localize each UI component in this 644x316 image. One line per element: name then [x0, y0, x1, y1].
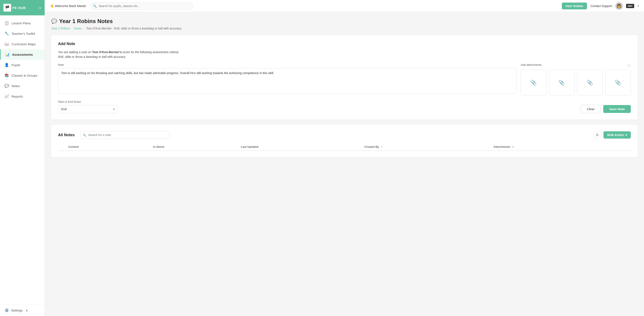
notes-search-input[interactable] — [80, 131, 170, 139]
page-title: Year 1 Robins Notes — [59, 18, 113, 25]
th-content-label: Content — [68, 145, 79, 148]
sidebar-nav: 📋 Lesson Plans 🔧 Teacher's Toolkit 📖 Cur… — [0, 15, 44, 304]
user-menu-chevron[interactable]: ▾ — [638, 5, 639, 8]
curriculum-maps-icon: 📖 — [4, 42, 9, 46]
logo-box: 🏴 PE HUB — [4, 4, 26, 12]
sidebar-item-reports[interactable]: 📈 Reports — [0, 91, 44, 102]
score-field-group: Start or End Score Start End ▾ — [58, 100, 118, 113]
sidebar-item-classes-groups[interactable]: 📚 Classes & Groups — [0, 70, 44, 81]
assessments-icon: 📊 — [5, 52, 10, 57]
main-area: 👋 Welcome Back Marta! 🔍 User Guides Cont… — [45, 0, 644, 316]
notes-table: Content Is About Last Updated Created By… — [58, 143, 631, 151]
logo-flag-icon: 🏴 — [4, 4, 11, 12]
logo-text: PE HUB — [12, 6, 26, 10]
sidebar-settings[interactable]: ⚙️ Settings ∧ — [0, 304, 44, 316]
breadcrumb-detail: Tom O'Kon-Bernier - Roll, slide or throw… — [86, 27, 182, 30]
header-search-wrapper: 🔍 — [90, 2, 193, 10]
add-note-description: You are adding a note on Tom O'Kon-Berni… — [58, 50, 631, 54]
page-content: 💬 Year 1 Robins Notes Year 1 Robins › No… — [45, 12, 644, 316]
th-is-about-label: Is About — [153, 145, 164, 148]
th-last-updated-label: Last Updated — [241, 145, 258, 148]
sidebar-item-curriculum-maps[interactable]: 📖 Curriculum Maps — [0, 39, 44, 49]
clear-button[interactable]: Clear — [581, 105, 601, 113]
th-content: Content — [66, 143, 151, 151]
th-created-by: Created By ▼ — [362, 143, 491, 151]
all-notes-card: All Notes 🔍 ☰ Bulk Action ▾ — [51, 125, 638, 157]
th-attachments: Attachments ☑ — [491, 143, 631, 151]
collapse-icon[interactable]: « — [39, 6, 41, 10]
attachments-grid: 📎 📎 📎 📎 — [521, 70, 631, 95]
th-checkbox-icon: ☑ — [512, 146, 514, 148]
sidebar: 🏴 PE HUB « 📋 Lesson Plans 🔧 Teacher's To… — [0, 0, 45, 316]
user-guides-button[interactable]: User Guides — [562, 3, 587, 10]
notes-search-icon: 🔍 — [83, 133, 86, 137]
page-title-row: 💬 Year 1 Robins Notes — [51, 18, 638, 25]
filter-button[interactable]: ☰ — [594, 131, 601, 139]
breadcrumb: Year 1 Robins › Notes › Tom O'Kon-Bernie… — [51, 27, 638, 30]
sidebar-item-assessments[interactable]: 📊 Assessments — [0, 49, 44, 60]
score-select[interactable]: Start End — [58, 105, 118, 113]
score-row: Start or End Score Start End ▾ Clear Sav… — [58, 100, 631, 113]
add-note-desc-prefix: You are adding a note on — [58, 50, 92, 54]
add-note-desc-suffix: score for the following assessment crite… — [122, 50, 179, 54]
header-search-input[interactable] — [90, 2, 193, 10]
notes-search-wrapper: 🔍 — [80, 131, 170, 139]
attachment-box-1[interactable]: 📎 — [521, 70, 546, 95]
sidebar-item-label-lesson-plans: Lesson Plans — [12, 21, 31, 25]
score-label: Start or End Score — [58, 100, 118, 103]
th-attachments-label: Attachments — [494, 145, 510, 148]
settings-icon: ⚙️ — [4, 308, 9, 312]
save-note-button[interactable]: Save Note — [603, 105, 631, 113]
attachments-group: Add attachments ⓘ 📎 📎 📎 📎 — [521, 63, 631, 95]
table-header-row: Content Is About Last Updated Created By… — [58, 143, 631, 151]
sidebar-item-label-reports: Reports — [12, 95, 23, 98]
sidebar-item-label-notes: Notes — [12, 84, 20, 88]
settings-chevron: ∧ — [26, 308, 28, 312]
sidebar-item-label-pupils: Pupils — [12, 63, 20, 67]
th-checkbox — [58, 143, 66, 151]
th-last-updated: Last Updated — [238, 143, 362, 151]
lesson-plans-icon: 📋 — [4, 21, 9, 26]
user-badge: ABC — [626, 4, 634, 8]
score-select-wrapper: Start End ▾ — [58, 105, 118, 113]
header-actions: User Guides Contact Support 👩 ABC ▾ — [562, 2, 639, 10]
attachment-box-4[interactable]: 📎 — [605, 70, 631, 95]
sort-icon: ▼ — [381, 146, 383, 148]
table-head: Content Is About Last Updated Created By… — [58, 143, 631, 151]
form-actions: Clear Save Note — [581, 105, 631, 113]
info-icon[interactable]: ⓘ — [627, 63, 631, 68]
sidebar-item-label-teachers-toolkit: Teacher's Toolkit — [12, 32, 35, 36]
reports-icon: 📈 — [4, 94, 9, 99]
all-notes-title: All Notes — [58, 133, 75, 137]
sidebar-item-teachers-toolkit[interactable]: 🔧 Teacher's Toolkit — [0, 28, 44, 39]
sidebar-logo: 🏴 PE HUB « — [0, 0, 44, 15]
sidebar-item-label-classes-groups: Classes & Groups — [12, 74, 37, 77]
attachment-box-2[interactable]: 📎 — [549, 70, 574, 95]
notes-icon: 💬 — [4, 84, 9, 88]
pupils-icon: 👤 — [4, 63, 9, 67]
add-note-card: Add Note You are adding a note on Tom O'… — [51, 35, 638, 120]
add-note-student-name: Tom O'Kon-Bernier's — [92, 50, 122, 54]
note-form-row: Note Tom is still working on his throwin… — [58, 63, 631, 95]
note-label: Note — [58, 63, 516, 66]
breadcrumb-class[interactable]: Year 1 Robins — [51, 27, 70, 30]
welcome-text: 👋 Welcome Back Marta! — [50, 4, 86, 8]
breadcrumb-section[interactable]: Notes — [74, 27, 82, 30]
bulk-action-label: Bulk Action — [607, 133, 624, 137]
sidebar-item-pupils[interactable]: 👤 Pupils — [0, 60, 44, 70]
sidebar-item-notes[interactable]: 💬 Notes — [0, 81, 44, 91]
bulk-action-button[interactable]: Bulk Action ▾ — [604, 131, 631, 139]
contact-support-link[interactable]: Contact Support — [590, 4, 612, 8]
add-note-criteria: Roll, slide or throw a beanbag or ball w… — [58, 55, 631, 59]
attachment-box-3[interactable]: 📎 — [577, 70, 602, 95]
th-created-by-label: Created By — [364, 145, 379, 148]
notes-actions: ☰ Bulk Action ▾ — [594, 131, 631, 139]
breadcrumb-sep-1: › — [72, 27, 72, 30]
note-textarea[interactable]: Tom is still working on his throwing and… — [58, 68, 516, 94]
sidebar-item-lesson-plans[interactable]: 📋 Lesson Plans — [0, 18, 44, 28]
breadcrumb-sep-2: › — [84, 27, 84, 30]
th-is-about: Is About — [151, 143, 238, 151]
attachments-label: Add attachments — [521, 63, 542, 66]
attachments-label-row: Add attachments ⓘ — [521, 63, 631, 68]
sidebar-item-label-curriculum-maps: Curriculum Maps — [12, 42, 36, 46]
